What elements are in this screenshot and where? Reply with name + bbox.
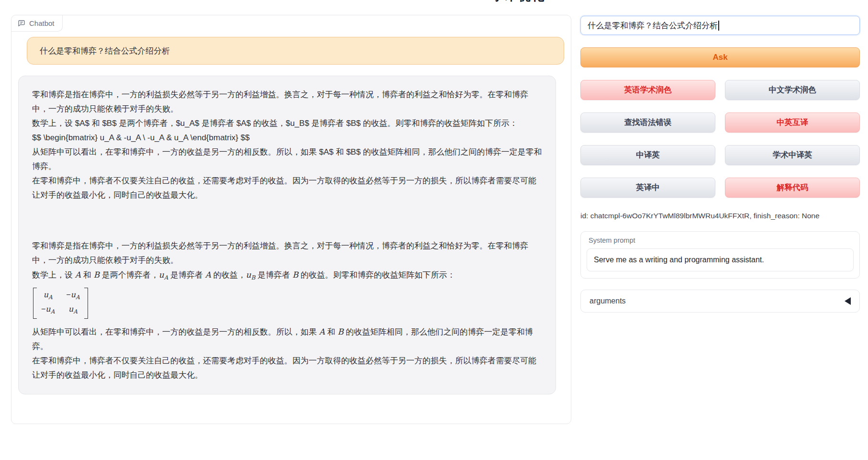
bot-paragraph: 数学上，设 A 和 B 是两个博弈者，uA 是博弈者 A 的收益，uB 是博弈者… bbox=[32, 268, 542, 285]
bot-paragraph: uA−uA−uAuA bbox=[33, 288, 542, 323]
chatbot-label-text: Chatbot bbox=[29, 19, 55, 27]
chat-bubble-icon bbox=[18, 20, 25, 27]
accordion-collapsed-triangle-icon bbox=[845, 297, 851, 305]
quick-button-8[interactable]: 解释代码 bbox=[725, 178, 860, 198]
question-input-value: 什么是零和博弈？结合公式介绍分析 bbox=[588, 20, 718, 31]
text-cursor bbox=[718, 21, 719, 31]
quick-button-1[interactable]: 英语学术润色 bbox=[580, 80, 715, 100]
quick-button-4[interactable]: 中英互译 bbox=[725, 112, 860, 133]
quick-button-7[interactable]: 英译中 bbox=[580, 178, 715, 198]
user-message-bubble: 什么是零和博弈？结合公式介绍分析 bbox=[27, 37, 564, 65]
bot-paragraph: 零和博弈是指在博弈中，一方的利益损失必然等于另一方的利益增益。换言之，对于每一种… bbox=[32, 239, 542, 268]
arguments-accordion-header[interactable]: arguments bbox=[580, 290, 860, 313]
system-prompt-value: Serve me as a writing and programming as… bbox=[594, 256, 764, 264]
system-prompt-block: System prompt Serve me as a writing and … bbox=[580, 231, 860, 279]
page-title-text: ChatGPT 学术优化 bbox=[427, 0, 561, 4]
question-input[interactable]: 什么是零和博弈？结合公式介绍分析 bbox=[580, 16, 860, 35]
ask-button[interactable]: Ask bbox=[580, 47, 860, 67]
quick-button-2[interactable]: 中文学术润色 bbox=[725, 80, 860, 100]
quick-button-5[interactable]: 中译英 bbox=[580, 145, 715, 165]
ask-button-label: Ask bbox=[712, 53, 727, 62]
quick-button-grid: 英语学术润色中文学术润色查找语法错误中英互译中译英学术中译英英译中解释代码 bbox=[580, 80, 860, 198]
bot-paragraph: 零和博弈是指在博弈中，一方的利益损失必然等于另一方的利益增益。换言之，对于每一种… bbox=[32, 88, 542, 116]
bot-section: 零和博弈是指在博弈中，一方的利益损失必然等于另一方的利益增益。换言之，对于每一种… bbox=[32, 88, 542, 202]
bot-paragraph: 在零和博弈中，博弈者不仅要关注自己的收益，还需要考虑对手的收益。因为一方取得的收… bbox=[32, 174, 542, 202]
arguments-accordion-label: arguments bbox=[590, 297, 626, 305]
bot-paragraph: 从矩阵中可以看出，在零和博弈中，一方的收益是另一方的相反数。所以，如果 A 和 … bbox=[32, 325, 542, 354]
quick-button-3[interactable]: 查找语法错误 bbox=[580, 112, 715, 133]
bot-paragraph: 数学上，设 $A$ 和 $B$ 是两个博弈者，$u_A$ 是博弈者 $A$ 的收… bbox=[32, 116, 542, 131]
bot-message-bubble: 零和博弈是指在博弈中，一方的利益损失必然等于另一方的利益增益。换言之，对于每一种… bbox=[18, 76, 556, 394]
chatbot-panel: Chatbot 什么是零和博弈？结合公式介绍分析 零和博弈是指在博弈中，一方的利… bbox=[11, 15, 571, 424]
payoff-matrix: uA−uA−uAuA bbox=[33, 288, 88, 318]
chatbot-panel-label: Chatbot bbox=[11, 15, 63, 32]
status-line: id: chatcmpl-6wOo7KrYTwMl89lbrMWRu4UkFFX… bbox=[580, 211, 860, 221]
system-prompt-input[interactable]: Serve me as a writing and programming as… bbox=[587, 248, 854, 271]
bot-paragraph: $$ \begin{bmatrix} u_A & -u_A \ -u_A & u… bbox=[32, 131, 542, 145]
right-panel: 什么是零和博弈？结合公式介绍分析 Ask 英语学术润色中文学术润色查找语法错误中… bbox=[580, 16, 860, 313]
bot-section: 零和博弈是指在博弈中，一方的利益损失必然等于另一方的利益增益。换言之，对于每一种… bbox=[32, 239, 542, 382]
system-prompt-label: System prompt bbox=[589, 236, 854, 244]
clipped-page-title: ChatGPT 学术优化 bbox=[427, 0, 561, 5]
bot-paragraph: 从矩阵中可以看出，在零和博弈中，一方的收益是另一方的相反数。所以，如果 $A$ … bbox=[32, 145, 542, 174]
user-message-text: 什么是零和博弈？结合公式介绍分析 bbox=[40, 46, 170, 56]
bot-message: 零和博弈是指在博弈中，一方的利益损失必然等于另一方的利益增益。换言之，对于每一种… bbox=[32, 88, 542, 382]
bot-paragraph: 在零和博弈中，博弈者不仅要关注自己的收益，还需要考虑对手的收益。因为一方取得的收… bbox=[32, 354, 542, 382]
chat-message-list: 什么是零和博弈？结合公式介绍分析 零和博弈是指在博弈中，一方的利益损失必然等于另… bbox=[11, 15, 571, 394]
quick-button-6[interactable]: 学术中译英 bbox=[725, 145, 860, 165]
